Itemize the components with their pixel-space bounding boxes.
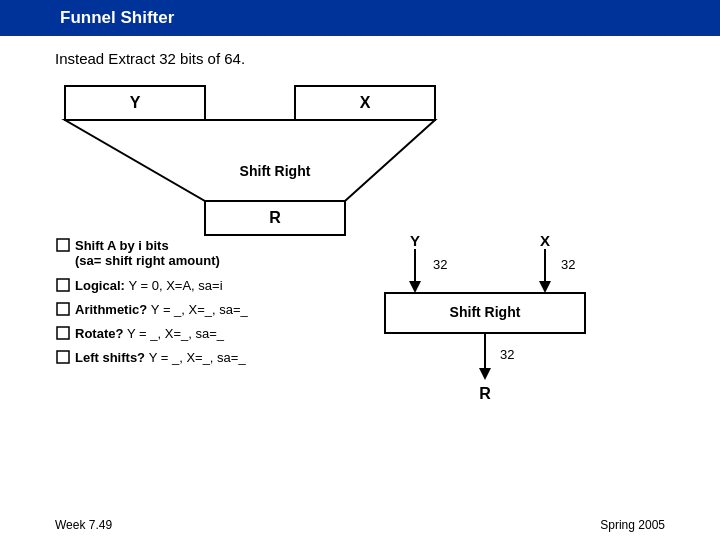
svg-text:Y: Y <box>410 232 420 249</box>
title-bar: Funnel Shifter <box>0 0 720 36</box>
page-title: Funnel Shifter <box>60 8 174 28</box>
svg-rect-29 <box>57 327 69 339</box>
main-diagram: Y X Shift Right R Y 32 X <box>55 81 665 471</box>
svg-marker-10 <box>409 281 421 293</box>
svg-text:R: R <box>479 385 491 402</box>
svg-rect-22 <box>57 239 69 251</box>
svg-text:Rotate?     Y = _,  X=_, sa=_: Rotate? Y = _, X=_, sa=_ <box>75 326 225 341</box>
content-area: Instead Extract 32 bits of 64. Y X Shift… <box>0 36 720 481</box>
svg-marker-19 <box>479 368 491 380</box>
svg-text:Logical:    Y = 0,  X=A, sa=i: Logical: Y = 0, X=A, sa=i <box>75 278 223 293</box>
svg-text:Arithmetic? Y = _,  X=_, sa=_: Arithmetic? Y = _, X=_, sa=_ <box>75 302 249 317</box>
svg-text:Y: Y <box>130 94 141 111</box>
svg-text:32: 32 <box>500 347 514 362</box>
svg-rect-27 <box>57 303 69 315</box>
svg-text:Shift Right: Shift Right <box>450 304 521 320</box>
svg-text:Shift A by i bits: Shift A by i bits <box>75 238 169 253</box>
footer-semester: Spring 2005 <box>600 518 665 532</box>
svg-text:X: X <box>540 232 550 249</box>
svg-text:32: 32 <box>433 257 447 272</box>
svg-rect-25 <box>57 279 69 291</box>
svg-marker-4 <box>65 120 435 201</box>
footer-week: Week 7.49 <box>55 518 112 532</box>
svg-text:R: R <box>269 209 281 226</box>
app: Funnel Shifter Instead Extract 32 bits o… <box>0 0 720 540</box>
svg-text:Left shifts? Y = _,  X=_, sa=_: Left shifts? Y = _, X=_, sa=_ <box>75 350 246 365</box>
svg-text:Shift Right: Shift Right <box>240 163 311 179</box>
svg-marker-14 <box>539 281 551 293</box>
svg-text:32: 32 <box>561 257 575 272</box>
svg-text:(sa= shift right amount): (sa= shift right amount) <box>75 253 220 268</box>
svg-text:X: X <box>360 94 371 111</box>
svg-rect-31 <box>57 351 69 363</box>
footer: Week 7.49 Spring 2005 <box>55 518 665 532</box>
subtitle: Instead Extract 32 bits of 64. <box>55 50 665 67</box>
